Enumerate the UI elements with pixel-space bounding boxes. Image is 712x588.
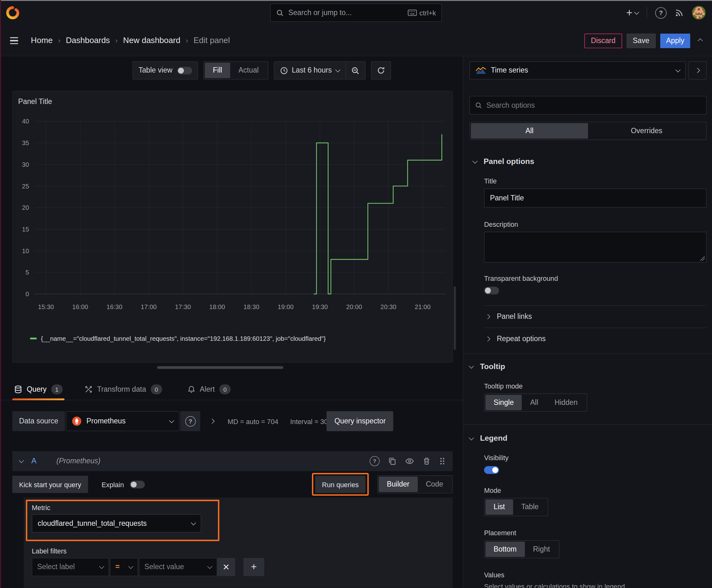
svg-text:18:30: 18:30 bbox=[244, 303, 260, 310]
metric-label: Metric bbox=[32, 504, 50, 512]
toggle-viz-suggestions-button[interactable] bbox=[688, 61, 707, 80]
legend-placement-bottom[interactable]: Bottom bbox=[486, 542, 524, 557]
help-icon[interactable]: ? bbox=[655, 7, 667, 18]
query-a-row[interactable]: A (Prometheus) ? bbox=[12, 451, 453, 471]
tab-alert[interactable]: Alert 0 bbox=[186, 378, 232, 400]
discard-button[interactable]: Discard bbox=[585, 33, 622, 48]
tab-all-options[interactable]: All bbox=[471, 123, 588, 139]
legend-mode-list[interactable]: List bbox=[486, 499, 513, 515]
actual-option[interactable]: Actual bbox=[231, 63, 267, 78]
collapse-header-icon[interactable] bbox=[697, 38, 703, 43]
global-search-input[interactable]: Search or jump to... ctrl+k bbox=[270, 4, 442, 22]
user-avatar[interactable] bbox=[692, 6, 706, 19]
panel-links-section[interactable]: Panel links bbox=[486, 306, 707, 327]
zoom-out-button[interactable] bbox=[346, 61, 365, 80]
news-rss-icon[interactable] bbox=[675, 8, 684, 17]
legend-placement-right[interactable]: Right bbox=[525, 542, 558, 557]
table-view-label: Table view bbox=[138, 66, 172, 75]
run-queries-button[interactable]: Run queries bbox=[315, 476, 365, 493]
datasource-picker[interactable]: Prometheus bbox=[66, 411, 179, 431]
legend-values-hint: Select values or calculations to show in… bbox=[484, 582, 707, 588]
save-button[interactable]: Save bbox=[626, 33, 655, 48]
svg-text:5: 5 bbox=[25, 269, 29, 276]
repeat-options-section[interactable]: Repeat options bbox=[486, 328, 707, 350]
breadcrumb-home[interactable]: Home bbox=[31, 36, 52, 45]
duplicate-query-icon[interactable] bbox=[388, 457, 396, 465]
kick-start-button[interactable]: Kick start your query bbox=[12, 476, 88, 493]
time-series-chart[interactable]: 051015202530354015:3016:0016:3017:0017:3… bbox=[16, 116, 449, 325]
panel-resize-handle[interactable] bbox=[157, 366, 283, 369]
datasource-help-button[interactable]: ? bbox=[180, 411, 201, 431]
refresh-button[interactable] bbox=[371, 61, 391, 80]
bell-icon bbox=[188, 385, 195, 394]
query-inspector-button[interactable]: Query inspector bbox=[327, 411, 394, 431]
new-button[interactable]: + bbox=[626, 7, 639, 18]
visualization-picker[interactable]: Time series bbox=[470, 61, 686, 80]
chevron-down-icon bbox=[335, 67, 340, 72]
tab-transform-data[interactable]: Transform data 0 bbox=[83, 378, 164, 400]
metric-select[interactable]: cloudflared_tunnel_total_requests bbox=[32, 514, 201, 532]
breadcrumb-edit-panel: Edit panel bbox=[193, 36, 230, 45]
search-icon bbox=[475, 102, 482, 109]
chart-legend[interactable]: {__name__="cloudflared_tunnel_total_requ… bbox=[30, 335, 326, 342]
panel-options-header[interactable]: Panel options bbox=[473, 157, 706, 166]
drag-handle-icon[interactable] bbox=[439, 457, 446, 465]
scrollbar-thumb[interactable] bbox=[454, 286, 456, 350]
fill-option[interactable]: Fill bbox=[205, 63, 231, 78]
shortcut-label: ctrl+k bbox=[419, 9, 436, 17]
explain-toggle[interactable] bbox=[130, 481, 145, 488]
datasource-row: Data source Prometheus ? MD = auto = 704… bbox=[12, 411, 453, 431]
chevron-down-icon bbox=[169, 418, 174, 423]
table-view-control: Table view bbox=[132, 61, 198, 80]
tab-overrides[interactable]: Overrides bbox=[588, 123, 705, 139]
builder-option[interactable]: Builder bbox=[379, 477, 417, 492]
tooltip-mode-switch: Single All Hidden bbox=[484, 394, 587, 412]
tooltip-mode-all[interactable]: All bbox=[522, 395, 546, 410]
series-label: {__name__="cloudflared_tunnel_total_requ… bbox=[41, 335, 326, 342]
menu-toggle-icon[interactable] bbox=[7, 35, 21, 47]
code-option[interactable]: Code bbox=[417, 477, 451, 492]
grafana-edit-panel-app: Search or jump to... ctrl+k + ? bbox=[0, 0, 712, 588]
select-label-dropdown[interactable]: Select label bbox=[32, 558, 109, 576]
remove-query-trash-icon[interactable] bbox=[423, 457, 431, 465]
legend-mode-table[interactable]: Table bbox=[513, 499, 546, 515]
description-field-label: Description bbox=[484, 220, 707, 228]
legend-placement-label: Placement bbox=[484, 529, 707, 537]
topbar-divider bbox=[647, 7, 647, 19]
query-help-icon[interactable]: ? bbox=[369, 456, 380, 466]
breadcrumb-new-dashboard[interactable]: New dashboard bbox=[123, 36, 180, 45]
options-search-input[interactable]: Search options bbox=[470, 96, 707, 114]
svg-text:25: 25 bbox=[22, 183, 29, 190]
select-value-dropdown[interactable]: Select value bbox=[139, 558, 217, 576]
panel-title-input[interactable]: Panel Title bbox=[484, 188, 707, 208]
add-filter-button[interactable]: + bbox=[243, 558, 264, 576]
legend-visibility-toggle[interactable] bbox=[484, 466, 499, 474]
max-data-points-stat: MD = auto = 704 bbox=[228, 417, 278, 425]
breadcrumb-dashboards[interactable]: Dashboards bbox=[66, 36, 110, 45]
label-filter-row: Select label = Select value ✕ + bbox=[32, 558, 264, 576]
apply-button[interactable]: Apply bbox=[660, 33, 690, 48]
table-view-toggle[interactable] bbox=[177, 67, 192, 75]
operator-dropdown[interactable]: = bbox=[110, 558, 138, 576]
time-range-picker[interactable]: Last 6 hours bbox=[274, 62, 345, 79]
tooltip-mode-hidden[interactable]: Hidden bbox=[546, 395, 585, 410]
grafana-logo-icon[interactable] bbox=[5, 4, 21, 21]
tab-query[interactable]: Query 1 bbox=[12, 378, 64, 400]
legend-header[interactable]: Legend bbox=[470, 434, 707, 443]
svg-text:15: 15 bbox=[22, 226, 29, 233]
prometheus-icon bbox=[72, 416, 82, 426]
panel-preview[interactable]: Panel Title 051015202530354015:3016:0016… bbox=[12, 91, 453, 362]
section-separator bbox=[463, 353, 712, 354]
tab-query-label: Query bbox=[27, 385, 46, 394]
tooltip-mode-single[interactable]: Single bbox=[486, 395, 522, 410]
tooltip-header[interactable]: Tooltip bbox=[470, 362, 707, 371]
hide-response-eye-icon[interactable] bbox=[405, 457, 414, 465]
chevron-right-icon[interactable] bbox=[210, 419, 215, 424]
breadcrumb-separator: › bbox=[58, 37, 60, 45]
remove-filter-button[interactable]: ✕ bbox=[217, 558, 235, 576]
collapse-query-icon[interactable] bbox=[19, 458, 24, 463]
transparent-bg-toggle[interactable] bbox=[484, 287, 499, 295]
resize-handle-icon[interactable] bbox=[700, 256, 705, 261]
description-textarea[interactable] bbox=[484, 232, 707, 262]
select-value-placeholder: Select value bbox=[145, 563, 203, 571]
